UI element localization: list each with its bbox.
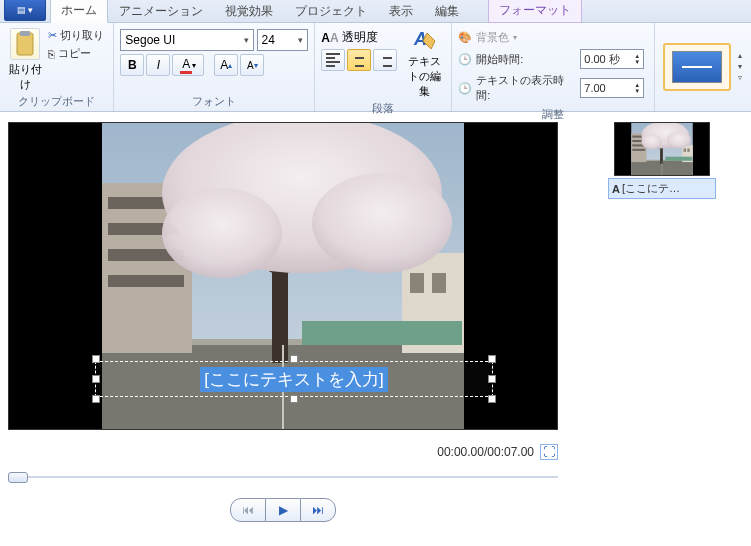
paint-bucket-icon: 🎨 [458, 31, 472, 44]
chevron-down-icon: ▾ [244, 35, 249, 45]
bold-button[interactable]: B [120, 54, 144, 76]
resize-handle[interactable] [488, 395, 496, 403]
caption-chip-label: [ここにテ… [622, 181, 680, 196]
transparency-button[interactable]: AA 透明度 [321, 29, 397, 46]
prev-frame-button[interactable]: ⏮ [230, 498, 266, 522]
copy-label: コピー [58, 46, 91, 61]
align-center-button[interactable] [347, 49, 371, 71]
storyboard-panel: A [ここにテ… [608, 122, 716, 522]
resize-handle[interactable] [488, 375, 496, 383]
resize-handle[interactable] [92, 355, 100, 363]
group-paragraph: AA 透明度 A テキストの編集 段落 [315, 23, 452, 111]
tab-bar: ▤ ▾ ホーム アニメーション 視覚効果 プロジェクト 表示 編集 フォーマット [0, 0, 751, 23]
scissors-icon: ✂ [48, 29, 57, 42]
seek-track [8, 476, 558, 478]
duration-value: 7.00 [584, 82, 605, 94]
resize-handle[interactable] [290, 355, 298, 363]
tab-view[interactable]: 表示 [378, 0, 424, 23]
font-family-value: Segoe UI [125, 33, 175, 47]
content-area: [ここにテキストを入力] 00:00.00/00:07.00 ⛶ ⏮ ▶ ⏭ [0, 112, 751, 532]
svg-rect-16 [17, 33, 33, 55]
text-icon: A [612, 183, 620, 195]
seek-bar[interactable] [8, 470, 558, 484]
resize-handle[interactable] [92, 375, 100, 383]
start-time-label: 開始時間: [476, 52, 576, 67]
font-size-select[interactable]: 24▾ [257, 29, 309, 51]
font-size-value: 24 [262, 33, 275, 47]
group-styles: ▴▾▿ [655, 23, 751, 111]
transparency-label: 透明度 [342, 29, 378, 46]
caption-chip[interactable]: A [ここにテ… [608, 178, 716, 199]
cut-button[interactable]: ✂ 切り取り [48, 28, 104, 43]
start-time-input[interactable]: 0.00 秒 ▲▼ [580, 49, 644, 69]
resize-handle[interactable] [92, 395, 100, 403]
duration-input[interactable]: 7.00 ▲▼ [580, 78, 644, 98]
group-font: Segoe UI▾ 24▾ B I A▾ A▴ A▾ フォント [114, 23, 315, 111]
font-color-button[interactable]: A▾ [172, 54, 204, 76]
svg-rect-17 [20, 31, 30, 36]
transparency-icon: AA [321, 31, 338, 45]
clip-thumbnail[interactable] [614, 122, 710, 176]
tab-format[interactable]: フォーマット [488, 0, 582, 23]
resize-handle[interactable] [488, 355, 496, 363]
time-display: 00:00.00/00:07.00 [437, 445, 534, 459]
grow-font-button[interactable]: A▴ [214, 54, 238, 76]
align-left-button[interactable] [321, 49, 345, 71]
seek-thumb[interactable] [8, 472, 28, 483]
spinner-buttons[interactable]: ▲▼ [634, 53, 640, 65]
chevron-down-icon: ▾ [298, 35, 303, 45]
copy-icon: ⎘ [48, 48, 55, 60]
play-button[interactable]: ▶ [266, 498, 300, 522]
group-adjust: 🎨 背景色 ▾ 🕒 開始時間: 0.00 秒 ▲▼ 🕒 テキストの表示時間: 7… [452, 23, 655, 111]
tab-visual-effects[interactable]: 視覚効果 [214, 0, 284, 23]
playback-controls: ⏮ ▶ ⏭ [8, 498, 558, 522]
cut-label: 切り取り [60, 28, 104, 43]
ribbon: 貼り付け ✂ 切り取り ⎘ コピー クリップボード Segoe UI▾ [0, 23, 751, 112]
thumbnail-image [631, 123, 693, 175]
tab-project[interactable]: プロジェクト [284, 0, 378, 23]
text-edit-icon[interactable]: A [410, 26, 438, 54]
caption-textbox[interactable]: [ここにテキストを入力] [95, 361, 493, 397]
styles-expand-button[interactable]: ▴▾▿ [735, 51, 745, 82]
text-style-preset[interactable] [663, 43, 731, 91]
group-label-paragraph: 段落 [321, 99, 445, 118]
fullscreen-icon[interactable]: ⛶ [540, 444, 558, 460]
app-menu-button[interactable]: ▤ ▾ [4, 0, 46, 21]
tab-animation[interactable]: アニメーション [108, 0, 214, 23]
clock-icon: 🕒 [458, 53, 472, 66]
tab-home[interactable]: ホーム [50, 0, 108, 23]
start-time-value: 0.00 秒 [584, 52, 619, 67]
text-edit-button[interactable]: テキストの編集 [403, 54, 445, 99]
bgcolor-label: 背景色 [476, 30, 509, 45]
group-label-font: フォント [120, 92, 308, 111]
spinner-buttons[interactable]: ▲▼ [634, 82, 640, 94]
duration-label: テキストの表示時間: [476, 73, 576, 103]
caption-placeholder: [ここにテキストを入力] [200, 367, 387, 392]
paste-button[interactable]: 貼り付け [6, 62, 44, 92]
preview-canvas[interactable]: [ここにテキストを入力] [8, 122, 558, 430]
copy-button[interactable]: ⎘ コピー [48, 46, 104, 61]
tab-edit[interactable]: 編集 [424, 0, 470, 23]
next-frame-button[interactable]: ⏭ [300, 498, 336, 522]
group-clipboard: 貼り付け ✂ 切り取り ⎘ コピー クリップボード [0, 23, 114, 111]
align-right-button[interactable] [373, 49, 397, 71]
group-label-clipboard: クリップボード [6, 92, 107, 111]
preview-stage: [ここにテキストを入力] 00:00.00/00:07.00 ⛶ ⏮ ▶ ⏭ [8, 122, 558, 522]
clock-icon: 🕒 [458, 82, 472, 95]
italic-button[interactable]: I [146, 54, 170, 76]
resize-handle[interactable] [290, 395, 298, 403]
shrink-font-button[interactable]: A▾ [240, 54, 264, 76]
bgcolor-button[interactable]: 🎨 背景色 ▾ [458, 30, 648, 45]
font-family-select[interactable]: Segoe UI▾ [120, 29, 253, 51]
paste-icon[interactable] [10, 28, 40, 60]
